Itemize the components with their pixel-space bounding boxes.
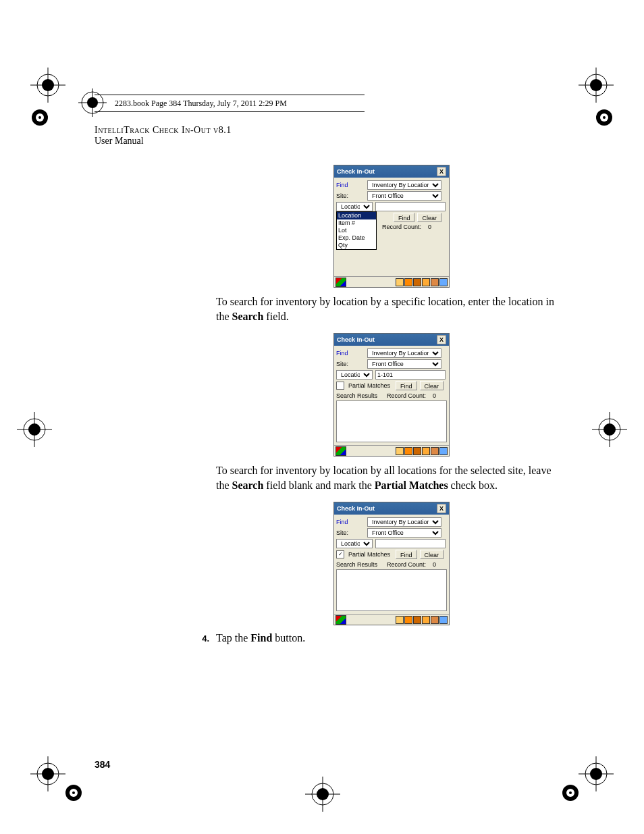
site-label: Site:	[336, 529, 365, 536]
search-field-select[interactable]: Location	[336, 539, 373, 548]
window-close-button[interactable]: X	[437, 504, 446, 513]
tray-icon[interactable]	[404, 616, 412, 624]
search-input[interactable]	[375, 370, 446, 380]
find-select[interactable]: Inventory By Location	[367, 348, 441, 358]
find-button[interactable]: Find	[394, 213, 415, 222]
svg-point-39	[569, 791, 572, 794]
device-screenshot-1: Check In-Out X Find Inventory By Locatio…	[333, 165, 450, 288]
tray-icon[interactable]	[396, 447, 404, 455]
search-results-label: Search Results	[336, 392, 377, 399]
find-button[interactable]: Find	[396, 381, 417, 390]
search-input[interactable]	[375, 202, 446, 211]
dropdown-option[interactable]: Item #	[337, 219, 376, 227]
site-select[interactable]: Front Office	[367, 528, 441, 538]
system-tray	[396, 616, 448, 624]
search-field-select[interactable]: Location	[336, 202, 373, 211]
site-label: Site:	[336, 192, 365, 199]
window-close-button[interactable]: X	[437, 167, 446, 176]
tray-icon[interactable]	[439, 447, 448, 455]
tray-icon[interactable]	[396, 616, 404, 624]
search-input[interactable]	[375, 539, 446, 548]
svg-point-6	[38, 116, 41, 119]
crop-mark-top-left-2	[27, 105, 53, 130]
svg-point-13	[603, 116, 606, 119]
results-list	[336, 400, 447, 442]
dropdown-option[interactable]: Qty	[337, 242, 376, 249]
device-screenshot-2: Check In-Out X Find Inventory By Locatio…	[333, 333, 450, 457]
tray-icon[interactable]	[413, 616, 421, 624]
tray-icon[interactable]	[413, 447, 421, 455]
header-strip-text: 2283.book Page 384 Thursday, July 7, 201…	[95, 99, 287, 109]
page-area: 2283.book Page 384 Thursday, July 7, 201…	[81, 47, 581, 777]
start-icon[interactable]	[336, 278, 346, 287]
site-select[interactable]: Front Office	[367, 359, 441, 369]
find-label: Find	[336, 350, 365, 357]
paragraph-1: To search for inventory by location by a…	[216, 294, 567, 323]
tray-icon[interactable]	[413, 278, 421, 286]
paragraph-2: To search for inventory by location by a…	[216, 463, 567, 492]
main-content: Check In-Out X Find Inventory By Locatio…	[216, 162, 567, 644]
find-select[interactable]: Inventory By Location	[367, 517, 441, 527]
start-icon[interactable]	[336, 615, 346, 625]
step-4: 4. Tap the Find button.	[189, 632, 567, 644]
clear-button[interactable]: Clear	[420, 381, 444, 390]
record-count-label: Record Count:	[387, 561, 426, 568]
record-count-label: Record Count:	[387, 392, 426, 399]
dropdown-option[interactable]: Exp. Date	[337, 234, 376, 242]
header-strip-icon	[76, 86, 109, 120]
find-button[interactable]: Find	[396, 550, 417, 559]
tray-icon[interactable]	[422, 447, 430, 455]
partial-matches-checkbox[interactable]	[336, 382, 344, 390]
tray-icon[interactable]	[431, 278, 439, 286]
tray-icon[interactable]	[431, 616, 439, 624]
dropdown-option[interactable]: Location	[337, 212, 376, 219]
device-statusbar	[334, 276, 449, 287]
record-count-value: 0	[428, 224, 431, 230]
crop-mark-top-right-2	[591, 105, 617, 130]
dropdown-option[interactable]: Lot	[337, 227, 376, 234]
step-text: Tap the Find button.	[216, 632, 567, 644]
clear-button[interactable]: Clear	[420, 550, 444, 559]
crop-mark-top-left	[30, 68, 65, 103]
page-number: 384	[95, 759, 110, 770]
system-tray	[396, 278, 448, 286]
running-head-sub: User Manual	[95, 136, 232, 147]
step-number: 4.	[189, 632, 216, 644]
crop-mark-bottom-right	[579, 756, 614, 791]
search-field-select[interactable]: Location	[336, 370, 373, 380]
svg-point-32	[72, 791, 75, 794]
device-statusbar	[334, 445, 449, 456]
window-titlebar: Check In-Out X	[334, 165, 449, 178]
window-close-button[interactable]: X	[437, 335, 446, 344]
window-titlebar: Check In-Out X	[334, 334, 449, 346]
tray-icon[interactable]	[404, 447, 412, 455]
tray-icon[interactable]	[422, 616, 430, 624]
find-label: Find	[336, 182, 365, 188]
tray-icon[interactable]	[422, 278, 430, 286]
site-label: Site:	[336, 361, 365, 367]
start-icon[interactable]	[336, 446, 346, 456]
partial-matches-label: Partial Matches	[348, 382, 390, 389]
clear-button[interactable]: Clear	[417, 213, 441, 222]
find-label: Find	[336, 519, 365, 525]
running-head-title: IntelliTrack Check In-Out v8.1	[95, 125, 232, 136]
device-screenshot-3: Check In-Out X Find Inventory By Locatio…	[333, 502, 450, 625]
find-select[interactable]: Inventory By Location	[367, 180, 441, 190]
tray-icon[interactable]	[439, 278, 448, 286]
record-count-label: Record Count:	[382, 224, 421, 230]
window-titlebar: Check In-Out X	[334, 502, 449, 515]
running-head: IntelliTrack Check In-Out v8.1 User Manu…	[95, 125, 232, 147]
tray-icon[interactable]	[404, 278, 412, 286]
tray-icon[interactable]	[431, 447, 439, 455]
crop-mark-mid-right	[592, 412, 627, 447]
site-select[interactable]: Front Office	[367, 191, 441, 201]
record-count-value: 0	[433, 392, 436, 399]
partial-matches-label: Partial Matches	[348, 551, 390, 558]
system-tray	[396, 447, 448, 455]
partial-matches-checkbox[interactable]: ✓	[336, 550, 344, 558]
tray-icon[interactable]	[439, 616, 448, 624]
window-title: Check In-Out	[337, 505, 375, 512]
results-list	[336, 569, 447, 611]
tray-icon[interactable]	[396, 278, 404, 286]
search-field-dropdown-open[interactable]: Location Item # Lot Exp. Date Qty	[336, 211, 377, 250]
